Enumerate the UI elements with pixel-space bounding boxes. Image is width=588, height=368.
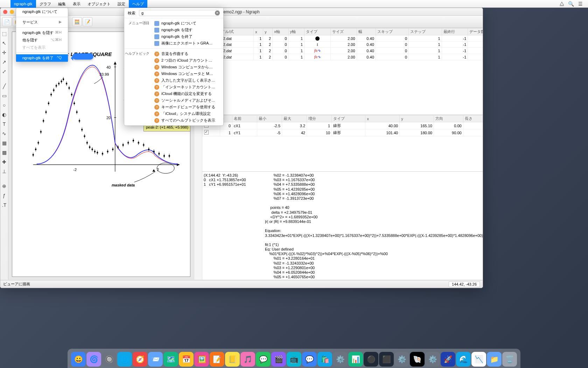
dock-app[interactable]: 🐚 bbox=[410, 352, 425, 367]
data-file-grid[interactable]: #ファイル/式xyx軸y軸タイプサイズ幅スキップステップ最終行データ数^#0de… bbox=[202, 28, 483, 60]
axis-row[interactable]: 1cY1-54210線形101.40180.0090.00140.005 bbox=[203, 129, 483, 136]
dock-app[interactable]: 🛍️ bbox=[317, 352, 332, 367]
tool-zoom[interactable]: ⊕ bbox=[0, 182, 8, 190]
wifi-icon[interactable]: ⧋ bbox=[560, 1, 564, 7]
tool-frame[interactable]: ▦ bbox=[0, 139, 8, 147]
dock-app[interactable]: 💬 bbox=[302, 352, 317, 367]
dock-app[interactable]: 🧭 bbox=[133, 352, 147, 367]
tool-grid[interactable]: ▩ bbox=[0, 149, 8, 156]
dock-app[interactable]: 📉 bbox=[471, 352, 486, 367]
tool-line[interactable]: ╱ bbox=[0, 82, 8, 90]
tool-axis[interactable]: ✛ bbox=[0, 49, 8, 56]
clear-search-icon[interactable]: ✕ bbox=[215, 11, 220, 15]
tool-tick[interactable]: ⊥ bbox=[0, 168, 8, 175]
dock-app[interactable]: 🎵 bbox=[240, 352, 255, 367]
help-menuitem[interactable]: ngraph-gtk について bbox=[152, 20, 223, 27]
dock-app[interactable]: ⚫ bbox=[364, 352, 378, 367]
dock-app[interactable]: 🌊 bbox=[456, 352, 471, 367]
tool-edit[interactable]: 📝 bbox=[83, 17, 92, 26]
dock-app[interactable]: 📺 bbox=[287, 352, 301, 367]
help-topic[interactable]: ?すべてのヘルプトピックを表示 bbox=[152, 117, 223, 124]
question-icon: ? bbox=[154, 91, 159, 96]
question-icon: ? bbox=[154, 85, 159, 90]
dock-app[interactable]: 🔘 bbox=[102, 352, 117, 367]
help-topic[interactable]: ?音楽を作曲する bbox=[152, 50, 223, 57]
dock-app[interactable]: 📨 bbox=[148, 352, 163, 367]
help-topic[interactable]: ?ソーシャルメディアおよびそ… bbox=[152, 97, 223, 104]
tool-circle[interactable]: ○ bbox=[0, 101, 8, 109]
tool-pointer[interactable]: ⬚ bbox=[0, 30, 8, 38]
data-row[interactable]: 1demo2.dat1201I2.000.4001-1401 bbox=[203, 42, 483, 48]
dock-app[interactable]: 📁 bbox=[487, 352, 502, 367]
menu-show-all: すべてを表示 bbox=[16, 44, 68, 51]
dock-app[interactable]: 🗑️ bbox=[502, 352, 517, 367]
toolbar: 📄 📂 💾 ✂️ ✏️ 🖨️ 🧮 📝 bbox=[0, 16, 483, 28]
menu-edit[interactable]: 編集 bbox=[55, 0, 69, 8]
tool-data[interactable]: ↗ bbox=[0, 58, 8, 66]
menu-quit[interactable]: ngraph-gtk を終了^Q bbox=[16, 54, 68, 62]
help-topic[interactable]: ?2 つ目の iCloud アカウント… bbox=[152, 57, 223, 64]
data-row[interactable]: 2demo2.dat1201fit∿2.000.4001-1402 bbox=[203, 48, 483, 54]
menu-help[interactable]: ヘルプ bbox=[129, 0, 147, 8]
help-topic[interactable]: ?「インターネットアカウント… bbox=[152, 84, 223, 90]
dock-app[interactable]: ⬛ bbox=[379, 352, 394, 367]
svg-text:-2: -2 bbox=[73, 168, 77, 172]
dock-app[interactable]: 🖼️ bbox=[194, 352, 209, 367]
help-topic[interactable]: ?Windows コンピュータと M… bbox=[152, 70, 223, 77]
dock-app[interactable]: 🗺️ bbox=[163, 352, 178, 367]
app-menu[interactable]: ngraph-gtk bbox=[10, 0, 36, 8]
folder-icon bbox=[154, 34, 159, 39]
output-console[interactable]: (X:144.42 Y:-43.26) 0 cX1 +1.7513857e+00… bbox=[202, 171, 483, 280]
axis-row[interactable]: 0cX1-2.53.21線形40.00165.100.00140.004 bbox=[203, 122, 483, 129]
help-menuitem[interactable]: ngraph-gtk を終了 bbox=[152, 33, 223, 40]
minimize-button[interactable] bbox=[10, 10, 14, 14]
tool-curve[interactable]: ∿ bbox=[0, 130, 8, 137]
tool-text2[interactable]: .T bbox=[0, 201, 8, 209]
tool-text[interactable]: T bbox=[0, 120, 8, 128]
tool-arrow[interactable]: ↖ bbox=[0, 39, 8, 47]
help-search-input[interactable] bbox=[139, 10, 219, 16]
dock-app[interactable]: 🌐 bbox=[117, 352, 132, 367]
menu-view[interactable]: 表示 bbox=[69, 0, 84, 8]
tool-new[interactable]: 📄 bbox=[2, 17, 12, 26]
menu-hide-others[interactable]: 他を隠す⌥⌘H bbox=[16, 36, 68, 44]
menu-hide[interactable]: ngraph-gtk を隠す⌘H bbox=[16, 29, 68, 36]
dock-app[interactable]: 📝 bbox=[210, 352, 224, 367]
dock-app[interactable]: 💬 bbox=[256, 352, 271, 367]
data-row[interactable]: 3demo2.dat1201fit∿2.000.4001-1373 bbox=[203, 54, 483, 60]
menu-services[interactable]: サービス▶ bbox=[16, 19, 68, 26]
data-row[interactable]: 0demo2.dat12012.000.4001-1400 bbox=[203, 35, 483, 42]
dock-app[interactable]: 🎬 bbox=[271, 352, 286, 367]
dock-app[interactable]: ⚙️ bbox=[333, 352, 348, 367]
help-menuitem[interactable]: ngraph-gtk を隠す bbox=[152, 27, 223, 33]
help-topic[interactable]: ?Windows コンピュータから… bbox=[152, 64, 223, 70]
tool-palette: ⬚ ↖ ✛ ↗ ⤢ ╱ ▭ ○ ◐ T ∿ ▦ ▩ ✚ ⊥ ⊕ ƒ .T bbox=[0, 28, 8, 280]
help-topic[interactable]: ?iCloud 機能の設定を変更する bbox=[152, 90, 223, 97]
help-topic[interactable]: ?入力した文字が正しく表示さ… bbox=[152, 77, 223, 84]
dock-app[interactable]: ⚙️ bbox=[394, 352, 409, 367]
dock-app[interactable]: 😀 bbox=[71, 352, 86, 367]
tool-rect[interactable]: ▭ bbox=[0, 92, 8, 100]
spotlight-icon[interactable]: 🔍 bbox=[568, 1, 574, 7]
dock-app[interactable]: 📒 bbox=[225, 352, 240, 367]
close-button[interactable] bbox=[3, 10, 7, 14]
dock-app[interactable]: 📊 bbox=[348, 352, 363, 367]
tool-cross[interactable]: ✚ bbox=[0, 158, 8, 166]
tool-eval[interactable]: ƒ bbox=[0, 192, 8, 199]
tool-calc[interactable]: 🧮 bbox=[72, 17, 82, 26]
dock-app[interactable]: ⚙️ bbox=[425, 352, 440, 367]
menu-graph[interactable]: グラフ bbox=[36, 0, 55, 8]
menu-about[interactable]: ngraph-gtk について bbox=[16, 8, 68, 15]
dock-app[interactable]: 🌀 bbox=[86, 352, 101, 367]
tool-select[interactable]: ⤢ bbox=[0, 68, 8, 75]
help-menuitem[interactable]: 画像にエクスポート > GRA… bbox=[152, 40, 223, 47]
notification-icon[interactable]: ☰ bbox=[578, 1, 583, 7]
menu-settings[interactable]: 設定 bbox=[114, 0, 129, 8]
dock-app[interactable]: 📅 bbox=[179, 352, 194, 367]
help-topic[interactable]: ?キーボードビューアを使用する bbox=[152, 104, 223, 110]
dock-app[interactable]: 🚀 bbox=[441, 352, 455, 367]
help-topic[interactable]: ?「iCloud」システム環境設定 bbox=[152, 110, 223, 117]
axis-grid[interactable]: #名前最小最大増分タイプxy方向長さ^#0cX1-2.53.21線形40.001… bbox=[202, 115, 483, 136]
tool-halfcircle[interactable]: ◐ bbox=[0, 111, 8, 118]
menu-object[interactable]: オブジェクト bbox=[84, 0, 114, 8]
